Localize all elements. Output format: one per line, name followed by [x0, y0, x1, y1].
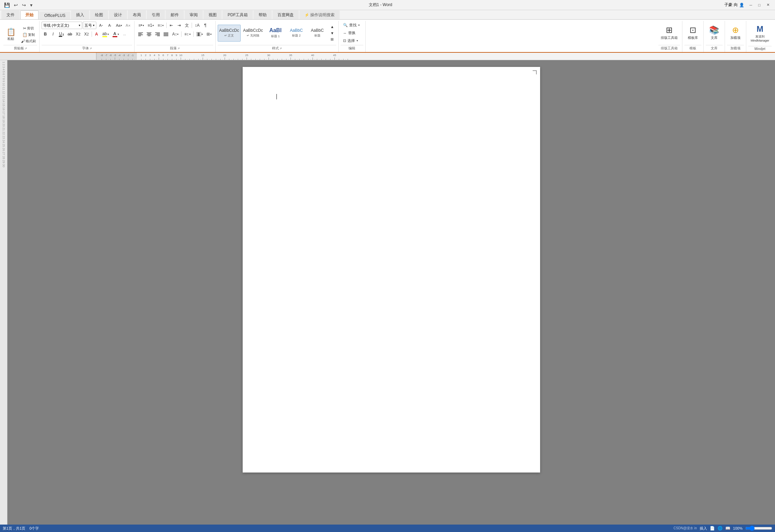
mindmanager-button[interactable]: M 发送到 MindManager: [748, 23, 772, 43]
svg-text:8: 8: [171, 54, 173, 57]
bold-button[interactable]: B: [42, 30, 49, 38]
text-effect-button[interactable]: A: [93, 30, 100, 38]
tab-layout[interactable]: 布局: [128, 10, 146, 19]
style-h2[interactable]: AaBbC 标题 2: [286, 25, 307, 42]
shrink-font-button[interactable]: A-: [106, 22, 114, 28]
font-size-dropdown-arrow[interactable]: ▾: [93, 24, 95, 27]
text-cursor-area[interactable]: [276, 94, 506, 101]
clipboard-expand-icon[interactable]: ↗: [25, 47, 27, 50]
tab-design[interactable]: 设计: [109, 10, 127, 19]
font-color-button[interactable]: A ▾: [111, 30, 121, 38]
tab-pdf[interactable]: PDF工具箱: [222, 10, 253, 19]
document-page[interactable]: [243, 67, 540, 473]
paste-button[interactable]: 📋 粘贴: [3, 25, 18, 44]
tab-baidu[interactable]: 百度网盘: [272, 10, 299, 19]
maximize-button[interactable]: □: [755, 2, 763, 8]
tab-draw[interactable]: 绘图: [90, 10, 108, 19]
line-spacing-button[interactable]: ≡↕▾: [183, 30, 192, 38]
addins-button[interactable]: ⊕ 加载项: [727, 24, 744, 41]
user-avatar[interactable]: 👤: [739, 3, 744, 7]
style-normal-preview: AaBbCcDc: [219, 28, 239, 33]
templates-button[interactable]: ⊡ 模板库: [684, 24, 701, 41]
sort-button[interactable]: ↕A: [193, 22, 201, 29]
minimize-button[interactable]: ─: [747, 2, 755, 8]
shading-button[interactable]: ▓ ▾: [195, 30, 204, 38]
bullets-button[interactable]: ≡•▾: [137, 22, 145, 29]
multilevel-button[interactable]: ≡↕▾: [156, 22, 165, 29]
style-scroll-up[interactable]: ▲: [328, 24, 336, 30]
clear-format-button[interactable]: A✕: [124, 22, 132, 28]
numbering-button[interactable]: ≡1▾: [146, 22, 156, 29]
chinese-format-button[interactable]: 文: [183, 22, 191, 29]
find-button[interactable]: 🔍 查找 ▾: [341, 22, 363, 29]
tab-review[interactable]: 审阅: [185, 10, 203, 19]
svg-text:15: 15: [201, 54, 204, 57]
style-h1[interactable]: AaBl 标题 1: [265, 25, 286, 42]
font-label: 字体 ↗: [42, 45, 132, 51]
undo-button[interactable]: ↩: [13, 2, 19, 8]
text-direction-button[interactable]: A↕▾: [170, 30, 180, 38]
input-mode[interactable]: 插入: [700, 526, 707, 531]
library-button[interactable]: 📚 文库: [706, 24, 723, 41]
tab-mailings[interactable]: 邮件: [166, 10, 184, 19]
borders-button[interactable]: ⊞▾: [205, 30, 213, 38]
style-more[interactable]: ⊞: [328, 37, 336, 43]
style-title[interactable]: AaBbC 标题: [307, 25, 328, 42]
style-scroll-down[interactable]: ▼: [328, 30, 336, 36]
center-button[interactable]: [145, 30, 153, 38]
style-h2-preview: AaBbC: [290, 28, 303, 33]
italic-button[interactable]: I: [49, 30, 57, 38]
ruler-left-pad: [0, 53, 96, 60]
view-web-button[interactable]: 🌐: [718, 526, 723, 531]
tab-officeplus[interactable]: OfficePLUS: [39, 11, 70, 19]
change-case-button[interactable]: Aa▾: [115, 22, 123, 28]
zoom-slider[interactable]: [745, 526, 772, 531]
strikethrough-button[interactable]: ab: [66, 30, 74, 38]
tab-search[interactable]: ⚡操作说明搜索: [299, 10, 340, 19]
font-size-input[interactable]: 五号 ▾: [83, 22, 96, 29]
style-normal[interactable]: AaBbCcDc ↵ 正文: [218, 25, 241, 42]
show-hide-button[interactable]: ¶: [201, 22, 209, 29]
underline-button[interactable]: U ▾: [57, 30, 66, 38]
svg-text:25: 25: [245, 54, 248, 57]
select-button[interactable]: ⊡ 选择 ▾: [341, 37, 363, 44]
increase-indent-button[interactable]: ⇥: [175, 22, 183, 29]
grow-font-button[interactable]: A+: [97, 22, 105, 28]
tab-help[interactable]: 帮助: [253, 10, 272, 19]
align-right-button[interactable]: [153, 30, 162, 38]
align-left-button[interactable]: [137, 30, 145, 38]
font-expand-icon[interactable]: ↗: [90, 47, 92, 50]
tab-insert[interactable]: 插入: [71, 10, 89, 19]
typesetting-tools-button[interactable]: ⊞ 排版工具箱: [658, 24, 680, 41]
font-dropdown-arrow[interactable]: ▾: [79, 24, 80, 27]
replace-button[interactable]: ↔ 替换: [341, 29, 363, 37]
redo-button[interactable]: ↪: [21, 2, 27, 8]
tab-home[interactable]: 开始: [20, 10, 39, 19]
customize-quick-access[interactable]: ▾: [29, 2, 34, 8]
corner-marker: [533, 70, 537, 74]
view-read-button[interactable]: 📖: [725, 526, 730, 531]
view-print-button[interactable]: 📄: [710, 526, 715, 531]
format-painter-button[interactable]: 🖌 格式刷: [20, 38, 37, 44]
page-count: 第1页，共1页: [3, 526, 25, 531]
tab-file[interactable]: 文件: [1, 10, 20, 19]
tab-references[interactable]: 引用: [147, 10, 165, 19]
ribbon-content: 📋 粘贴 ✂ 剪切 📋 复制 🖌 格式刷: [0, 20, 775, 52]
superscript-button[interactable]: X2: [82, 30, 91, 38]
cut-button[interactable]: ✂ 剪切: [20, 25, 37, 31]
tab-view[interactable]: 视图: [203, 10, 222, 19]
font-more-button[interactable]: …: [121, 30, 128, 38]
select-icon: ⊡: [343, 39, 346, 43]
font-name-input[interactable]: 等线 (中文正文) ▾: [42, 22, 82, 29]
close-button[interactable]: ✕: [764, 2, 772, 8]
subscript-button[interactable]: X2: [74, 30, 82, 38]
save-button[interactable]: 💾: [3, 2, 11, 8]
decrease-indent-button[interactable]: ⇤: [168, 22, 175, 29]
justify-button[interactable]: [162, 30, 170, 38]
style-no-space[interactable]: AaBbCcDc ↵ 无间隔: [241, 25, 265, 42]
paragraph-expand-icon[interactable]: ↗: [177, 47, 180, 50]
styles-expand-icon[interactable]: ↗: [280, 47, 282, 50]
copy-button[interactable]: 📋 复制: [20, 32, 37, 38]
highlight-button[interactable]: ab ▾: [101, 30, 111, 38]
document-area[interactable]: [7, 60, 775, 532]
